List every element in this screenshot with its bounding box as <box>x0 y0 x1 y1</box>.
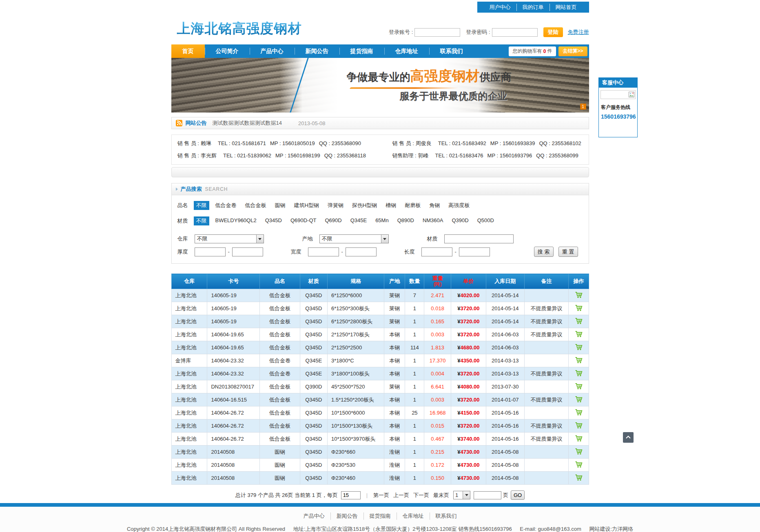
footer-link[interactable]: 新闻公告 <box>330 512 363 520</box>
nav-item[interactable]: 仓库地址 <box>384 44 429 58</box>
add-to-cart-icon[interactable] <box>575 318 583 324</box>
cell-product-name: 低合金卷 <box>260 367 300 380</box>
per-page-input[interactable] <box>341 491 361 499</box>
add-to-cart-icon[interactable] <box>575 331 583 338</box>
nav-item[interactable]: 产品中心 <box>250 44 295 58</box>
cell-price: ¥4150.00 <box>451 406 486 419</box>
cell-spec: 10*1500*130板头 <box>328 419 384 433</box>
add-to-cart-icon[interactable] <box>575 305 583 311</box>
add-to-cart-icon[interactable] <box>575 396 583 403</box>
pagination-link[interactable]: 上一页 <box>393 492 409 498</box>
filter-option[interactable]: 不限 <box>194 216 209 225</box>
add-to-cart-icon[interactable] <box>575 370 583 377</box>
product-row: 上海北池 140604-23.32 低合金卷 Q345E 3*1800*100板… <box>171 367 589 380</box>
warehouse-select[interactable]: 不限 <box>195 234 264 243</box>
filter-option[interactable]: 不限 <box>194 201 209 210</box>
filter-option[interactable]: 建筑H型钢 <box>292 201 321 210</box>
topbar-link[interactable]: 用户中心 <box>484 4 516 11</box>
pagination-link[interactable]: 第一页 <box>373 492 389 498</box>
width-max-input[interactable] <box>346 247 377 256</box>
add-to-cart-icon[interactable] <box>575 461 583 468</box>
footer-link[interactable]: 提货指南 <box>363 512 397 520</box>
topbar-link[interactable]: 网站首页 <box>550 4 583 11</box>
login-password-input[interactable] <box>492 28 538 37</box>
cell-warehouse: 上海北池 <box>171 315 207 328</box>
filter-option[interactable]: Q690D <box>322 216 344 225</box>
thickness-max-input[interactable] <box>232 247 263 256</box>
material-input[interactable] <box>444 234 514 243</box>
register-link[interactable]: 免费注册 <box>568 29 589 36</box>
notice-link[interactable]: 测试数据测试数据测试数据14 <box>213 119 282 127</box>
login-account-label: 登录账号 : <box>389 29 413 36</box>
filter-option[interactable]: BWELDY960QL2 <box>213 216 259 225</box>
cell-weight: 6.641 <box>424 380 451 393</box>
thickness-min-input[interactable] <box>195 247 226 256</box>
search-button[interactable]: 搜 索 <box>534 247 554 257</box>
cell-spec: 6*1250*6000 <box>328 289 384 302</box>
footer-link[interactable]: 联系我们 <box>430 512 463 520</box>
cell-warehouse: 上海北池 <box>171 302 207 315</box>
add-to-cart-icon[interactable] <box>575 291 583 298</box>
filter-option[interactable]: Q690D-QT <box>288 216 319 225</box>
filter-option[interactable]: Q390D <box>449 216 471 225</box>
filter-option[interactable]: 圆钢 <box>273 201 288 210</box>
banner-slogan-line1: 争做最专业的高强度钢材供应商 <box>347 67 512 86</box>
cart-status[interactable]: 您的购物车有 0 件 <box>509 46 556 56</box>
checkout-button[interactable]: 去结算>> <box>558 46 587 56</box>
filter-option[interactable]: 槽钢 <box>383 201 399 210</box>
login-button[interactable]: 登陆 <box>543 27 563 37</box>
cell-origin: 本钢 <box>384 354 405 367</box>
nav-item[interactable]: 公司简介 <box>205 44 250 58</box>
footer-link[interactable]: 产品中心 <box>298 512 330 520</box>
filter-option[interactable]: NM360A <box>420 216 446 225</box>
filter-option[interactable]: 低合金卷 <box>213 201 239 210</box>
go-button[interactable]: GO <box>511 490 525 500</box>
nav-item[interactable]: 提货指南 <box>339 44 384 58</box>
pagination-link[interactable]: 下一页 <box>413 492 429 498</box>
width-min-input[interactable] <box>308 247 339 256</box>
nav-item[interactable]: 首页 <box>171 44 205 58</box>
goto-page-input[interactable] <box>474 491 501 499</box>
filter-option[interactable]: 65Mn <box>373 216 391 225</box>
add-to-cart-icon[interactable] <box>575 448 583 455</box>
add-to-cart-icon[interactable] <box>575 422 583 429</box>
nav-items: 首页公司简介产品中心新闻公告提货指南仓库地址联系我们 <box>171 44 474 58</box>
length-max-input[interactable] <box>459 247 490 256</box>
cell-action <box>569 406 589 419</box>
add-to-cart-icon[interactable] <box>575 344 583 351</box>
add-to-cart-icon[interactable] <box>575 383 583 390</box>
pagination-link[interactable]: 最末页 <box>433 492 449 498</box>
filter-option[interactable]: 弹簧钢 <box>325 201 346 210</box>
filter-option[interactable]: Q500D <box>475 216 496 225</box>
filter-option[interactable]: Q345E <box>348 216 369 225</box>
nav-item[interactable]: 新闻公告 <box>295 44 339 58</box>
banner-slide-indicator[interactable]: 1 <box>580 104 586 110</box>
footer-link[interactable]: 仓库地址 <box>397 512 430 520</box>
filter-option[interactable]: 耐磨板 <box>402 201 423 210</box>
filter-option[interactable]: 高强度板 <box>446 201 472 210</box>
length-min-input[interactable] <box>421 247 452 256</box>
filter-option[interactable]: Q345D <box>263 216 284 225</box>
service-chat-strip[interactable] <box>600 90 636 99</box>
page-select[interactable]: 1 <box>453 491 470 499</box>
cell-remark: 不提质量异议 <box>524 302 568 315</box>
nav-item[interactable]: 联系我们 <box>429 44 474 58</box>
add-to-cart-icon[interactable] <box>575 435 583 442</box>
reset-button[interactable]: 重 置 <box>558 247 578 257</box>
cell-price: ¥4730.00 <box>451 472 486 485</box>
back-to-top-button[interactable] <box>623 432 634 443</box>
cell-remark <box>524 341 568 354</box>
filter-option[interactable]: 低合金板 <box>243 201 269 210</box>
cell-weight: 0.215 <box>424 446 451 459</box>
topbar-link[interactable]: 我的订单 <box>516 4 550 11</box>
login-account-input[interactable] <box>414 28 460 37</box>
add-to-cart-icon[interactable] <box>575 474 583 481</box>
cell-date: 2014-05-14 <box>486 289 524 302</box>
origin-select[interactable]: 不限 <box>319 234 389 243</box>
filter-option[interactable]: 角钢 <box>427 201 442 210</box>
add-to-cart-icon[interactable] <box>575 357 583 364</box>
cell-action <box>569 380 589 393</box>
filter-option[interactable]: Q890D <box>395 216 417 225</box>
add-to-cart-icon[interactable] <box>575 409 583 416</box>
filter-option[interactable]: 探伤H型钢 <box>350 201 379 210</box>
